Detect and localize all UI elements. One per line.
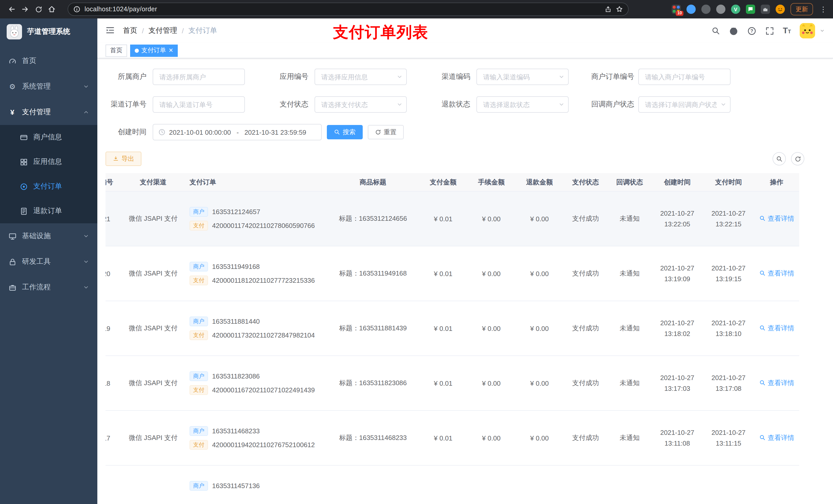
notify-status-select[interactable] [638, 96, 731, 113]
breadcrumb-item[interactable]: 首页 [123, 26, 137, 35]
magnifier-icon [759, 325, 766, 332]
channel-code-input[interactable] [476, 69, 569, 85]
chevron-down-icon [83, 83, 89, 90]
bookmark-star-icon[interactable] [616, 6, 623, 13]
app-logo[interactable]: 芋道管理系统 [0, 19, 97, 45]
extension-icon-chat[interactable] [746, 5, 755, 14]
sidebar-item-app-info[interactable]: 应用信息 [0, 149, 97, 174]
search-icon[interactable] [711, 26, 720, 35]
channel-code-select[interactable] [476, 69, 569, 85]
notify-status-input[interactable] [638, 96, 731, 113]
refund-status-select[interactable] [476, 96, 569, 113]
filter-label: 支付状态 [267, 100, 314, 109]
share-icon[interactable] [604, 6, 612, 13]
url-text: localhost:1024/pay/order [85, 6, 600, 13]
address-bar[interactable]: localhost:1024/pay/order [68, 3, 628, 16]
pay-status-input[interactable] [314, 96, 407, 113]
sidebar-item-refund-order[interactable]: 退款订单 [0, 199, 97, 223]
pay-time: 13:11:15 [703, 438, 754, 449]
channel-order-no-field[interactable] [153, 96, 245, 113]
github-icon[interactable] [729, 26, 738, 35]
merchant-order-no: 1635311949168 [212, 263, 260, 270]
filter-app: 应用编号 [267, 69, 407, 85]
magnifier-icon [759, 380, 766, 386]
cell-pay-amount: ¥ 0.01 [419, 325, 467, 332]
column-header-refund: 退款金额 [515, 177, 564, 187]
merchant-order-no-input[interactable] [638, 69, 731, 85]
close-icon[interactable]: ✕ [169, 48, 173, 53]
cell-action: 查看详情 [754, 269, 799, 279]
create-time-range-picker[interactable]: 2021-10-01 00:00:00 - 2021-10-31 23:59:5… [153, 124, 322, 140]
back-icon[interactable] [5, 3, 19, 16]
home-icon[interactable] [45, 3, 58, 16]
extensions-puzzle-icon[interactable] [761, 5, 770, 14]
app-select-input[interactable] [314, 69, 407, 85]
sidebar-item-payment[interactable]: ¥ 支付管理 [0, 99, 97, 125]
sidebar-item-system[interactable]: ⚙ 系统管理 [0, 74, 97, 99]
refresh-table-button[interactable] [791, 152, 804, 165]
channel-order-no-input[interactable] [153, 96, 245, 113]
sidebar-item-pay-order[interactable]: 支付订单 [0, 174, 97, 199]
view-detail-link[interactable]: 查看详情 [759, 379, 794, 388]
tab-pay-order[interactable]: 支付订单 ✕ [130, 44, 178, 56]
user-avatar[interactable] [800, 23, 815, 39]
sidebar-item-merchant-info[interactable]: 商户信息 [0, 125, 97, 149]
sidebar-item-workflow[interactable]: 工作流程 [0, 274, 97, 300]
pay-status-select[interactable] [314, 96, 407, 113]
extension-icon-gray[interactable] [701, 5, 711, 14]
view-detail-link[interactable]: 查看详情 [759, 214, 794, 223]
column-header-pay: 支付时间 [703, 177, 754, 188]
cell-pay-status: 支付成功 [564, 269, 608, 278]
export-button[interactable]: 导出 [105, 152, 141, 166]
sidebar-fold-icon[interactable] [105, 26, 116, 36]
forward-icon[interactable] [19, 3, 32, 16]
browser-profile-avatar[interactable] [776, 5, 785, 14]
merchant-order-line: 商户 1635311823086 [190, 371, 327, 381]
site-info-icon[interactable] [73, 6, 80, 13]
pay-order-no: 4200001194202110276752100612 [212, 441, 315, 449]
browser-menu-icon[interactable]: ⋮ [819, 5, 828, 13]
vue-devtools-icon[interactable]: V [731, 5, 740, 14]
browser-chrome: localhost:1024/pay/order 10 V 更新 ⋮ [0, 0, 833, 19]
extension-icon-grid[interactable]: 10 [672, 5, 681, 14]
sidebar-item-home[interactable]: 首页 [0, 48, 97, 74]
sidebar-item-infra[interactable]: 基础设施 [0, 223, 97, 249]
help-icon[interactable]: ? [747, 26, 756, 35]
toggle-search-button[interactable] [772, 152, 786, 165]
merchant-select-input[interactable] [153, 69, 245, 85]
filter-channel-order-no: 渠道订单号 [105, 96, 245, 113]
column-header-channel: 支付渠道 [123, 177, 184, 187]
refund-status-input[interactable] [476, 96, 569, 113]
search-button-label: 搜索 [343, 128, 356, 137]
view-detail-link[interactable]: 查看详情 [759, 324, 794, 333]
extension-badge: 10 [676, 11, 684, 16]
sidebar-item-label: 支付管理 [22, 107, 77, 117]
tab-home[interactable]: 首页 [105, 44, 127, 56]
active-dot [135, 48, 139, 52]
page-content: 所属商户 应用编号 渠道编码 [97, 58, 833, 504]
view-detail-link[interactable]: 查看详情 [759, 433, 794, 442]
extension-icon-gray2[interactable] [716, 5, 725, 14]
chevron-down-icon[interactable] [820, 28, 825, 33]
pay-order-no: 4200001173202110272847982104 [212, 331, 315, 339]
create-date: 2021-10-27 [652, 427, 703, 438]
filter-label: 商户订单编号 [591, 72, 638, 81]
merchant-select[interactable] [153, 69, 245, 85]
sidebar-item-label: 支付订单 [33, 182, 89, 191]
cell-refund-amount: ¥ 0.00 [515, 270, 564, 278]
extension-icon-drop[interactable] [687, 5, 696, 14]
merchant-order-no-field[interactable] [638, 69, 731, 85]
reset-button[interactable]: 重置 [368, 125, 404, 139]
fullscreen-icon[interactable] [765, 26, 774, 35]
font-size-icon[interactable]: TT [783, 27, 791, 35]
breadcrumb-item[interactable]: 支付管理 [148, 26, 177, 35]
view-detail-label: 查看详情 [768, 433, 794, 442]
table-body: 21 微信 JSAPI 支付 商户 1635312124657 支付 42000… [105, 192, 799, 504]
browser-update-button[interactable]: 更新 [790, 3, 813, 15]
app-select[interactable] [314, 69, 407, 85]
sidebar-item-devtools[interactable]: 研发工具 [0, 249, 97, 274]
search-button[interactable]: 搜索 [327, 125, 363, 139]
reload-icon[interactable] [32, 3, 45, 16]
create-time: 13:18:02 [652, 328, 703, 339]
view-detail-link[interactable]: 查看详情 [759, 269, 794, 278]
